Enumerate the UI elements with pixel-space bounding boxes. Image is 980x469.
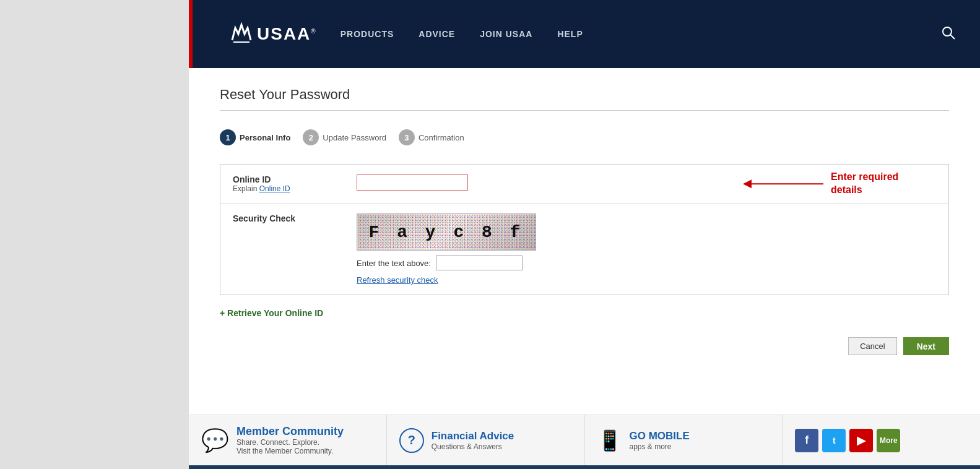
- social-icons: f t ▶ More: [795, 429, 900, 452]
- nav-products[interactable]: PRODUCTS: [340, 29, 394, 39]
- nav-advice[interactable]: ADVICE: [418, 29, 455, 39]
- nav-join[interactable]: JOIN USAA: [480, 29, 532, 39]
- captcha-enter-label: Enter the text above:: [357, 259, 431, 268]
- captcha-input[interactable]: [436, 256, 523, 270]
- security-check-row: Security Check F a y c 8 f Enter the tex…: [220, 204, 948, 295]
- online-id-label: Online ID: [233, 174, 357, 184]
- member-community-widget[interactable]: 💬 Member Community Share. Connect. Explo…: [189, 415, 387, 465]
- community-sub: Visit the Member Community.: [236, 447, 344, 455]
- go-mobile-widget[interactable]: 📱 GO MOBILE apps & more: [585, 415, 783, 465]
- step-1-label: Personal Info: [240, 133, 290, 142]
- explain-row: Explain Online ID: [233, 184, 357, 193]
- step-3-circle: 3: [399, 129, 415, 145]
- mobile-title: GO MOBILE: [630, 430, 690, 442]
- retrieve-link-row: Retrieve Your Online ID: [220, 308, 949, 319]
- next-button[interactable]: Next: [903, 337, 949, 355]
- annotation-arrow: [749, 183, 823, 184]
- header: USAA ® PRODUCTS ADVICE JOIN USAA HELP: [189, 0, 980, 68]
- community-title-text: Member Community: [236, 425, 344, 437]
- financial-icon: ?: [399, 428, 424, 453]
- step-2-label: Update Password: [323, 133, 386, 142]
- footer-widgets: 💬 Member Community Share. Connect. Explo…: [189, 415, 980, 465]
- form-section: Online ID Explain Online ID Enter requir…: [220, 164, 949, 295]
- explain-online-id-link[interactable]: Online ID: [259, 184, 290, 193]
- mobile-sub: apps & more: [630, 442, 690, 451]
- main-content: Reset Your Password 1 Personal Info 2 Up…: [189, 68, 980, 415]
- cancel-button[interactable]: Cancel: [848, 337, 896, 355]
- community-text: Member Community Share. Connect. Explore…: [236, 425, 344, 455]
- steps-row: 1 Personal Info 2 Update Password 3 Conf…: [220, 129, 949, 145]
- refresh-captcha-link[interactable]: Refresh security check: [357, 275, 936, 285]
- step-1: 1 Personal Info: [220, 129, 290, 145]
- step-3: 3 Confirmation: [399, 129, 464, 145]
- online-id-input[interactable]: [357, 174, 468, 191]
- security-check-label: Security Check: [233, 213, 357, 223]
- twitter-button[interactable]: t: [822, 429, 846, 452]
- annotation-text: Enter required details: [831, 171, 930, 197]
- community-tagline: Share. Connect. Explore.: [236, 438, 344, 447]
- social-widget: f t ▶ More: [783, 415, 980, 465]
- step-3-label: Confirmation: [418, 133, 464, 142]
- svg-point-0: [943, 27, 952, 36]
- youtube-button[interactable]: ▶: [849, 429, 873, 452]
- svg-line-1: [950, 35, 955, 39]
- security-check-label-col: Security Check: [233, 213, 357, 223]
- logo-text: USAA: [257, 24, 311, 44]
- more-button[interactable]: More: [877, 429, 900, 452]
- financial-text: Financial Advice Questions & Answers: [431, 430, 514, 451]
- step-2-circle: 2: [303, 129, 319, 145]
- retrieve-online-id-link[interactable]: Retrieve Your Online ID: [220, 308, 323, 318]
- mobile-text: GO MOBILE apps & more: [630, 430, 690, 451]
- step-2: 2 Update Password: [303, 129, 386, 145]
- page-title: Reset Your Password: [220, 87, 949, 111]
- captcha-text: F a y c 8 f: [369, 223, 524, 242]
- facebook-button[interactable]: f: [795, 429, 818, 452]
- captcha-image: F a y c 8 f: [357, 213, 536, 251]
- step-1-circle: 1: [220, 129, 236, 145]
- security-check-control-col: F a y c 8 f Enter the text above: Refres…: [357, 213, 936, 285]
- community-title: Member Community: [236, 425, 344, 438]
- logo-area[interactable]: USAA ®: [214, 19, 316, 49]
- footer-nav: Corporate Info & MediaNews CenterPrivacy…: [189, 465, 980, 469]
- annotation-area: Enter required details: [749, 171, 930, 197]
- explain-text: Explain: [233, 184, 257, 193]
- online-id-label-col: Online ID Explain Online ID: [233, 174, 357, 193]
- online-id-row: Online ID Explain Online ID Enter requir…: [220, 165, 948, 204]
- community-icon: 💬: [201, 428, 229, 454]
- usaa-logo-icon: [226, 19, 257, 49]
- left-sidebar-bg: [0, 0, 189, 469]
- financial-title: Financial Advice: [431, 430, 514, 442]
- financial-sub: Questions & Answers: [431, 442, 514, 451]
- mobile-icon: 📱: [597, 429, 622, 452]
- captcha-enter-row: Enter the text above:: [357, 256, 936, 270]
- red-bar: [189, 0, 193, 68]
- nav-help[interactable]: HELP: [557, 29, 583, 39]
- financial-advice-widget[interactable]: ? Financial Advice Questions & Answers: [387, 415, 585, 465]
- main-nav: PRODUCTS ADVICE JOIN USAA HELP: [340, 29, 942, 39]
- search-icon[interactable]: [942, 26, 955, 43]
- button-row: Cancel Next: [220, 331, 949, 355]
